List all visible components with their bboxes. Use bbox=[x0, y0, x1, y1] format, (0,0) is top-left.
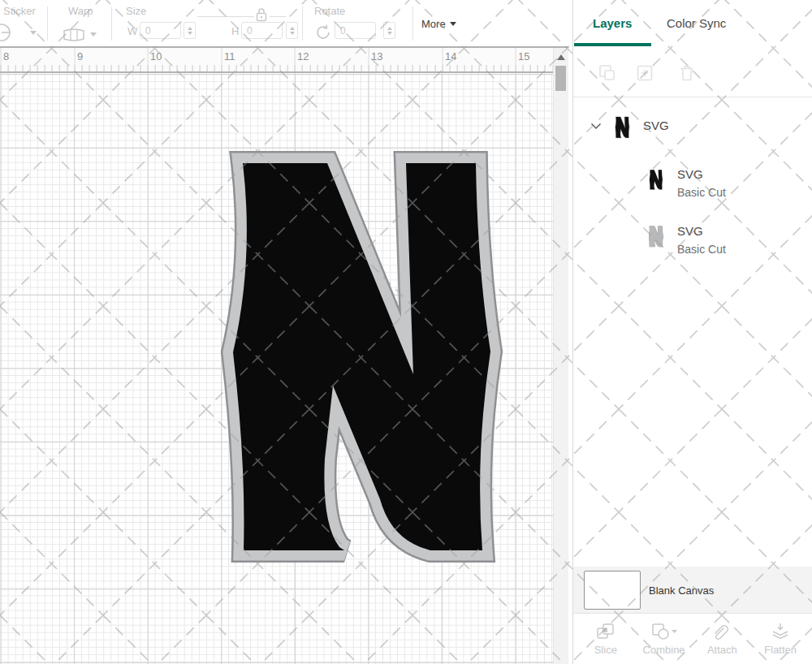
ruler-label: 13 bbox=[371, 50, 382, 63]
step-down-icon[interactable] bbox=[188, 32, 192, 35]
toolbar-divider bbox=[302, 6, 303, 41]
toolbar-divider bbox=[111, 6, 112, 41]
size-section-label: Size bbox=[126, 5, 146, 17]
rotate-stepper[interactable] bbox=[383, 22, 395, 39]
more-caret-icon bbox=[450, 22, 456, 26]
top-toolbar: Sticker Warp Size W H bbox=[0, 0, 572, 46]
layer-title: SVG bbox=[677, 225, 726, 237]
step-down-icon[interactable] bbox=[290, 32, 295, 35]
add-layer-icon[interactable] bbox=[635, 63, 654, 83]
attach-label: Attach bbox=[707, 644, 737, 656]
sticker-icon[interactable] bbox=[0, 23, 17, 42]
layer-group-row[interactable]: SVG bbox=[573, 112, 812, 146]
ruler-label: 14 bbox=[445, 50, 456, 63]
warp-section-label: Warp bbox=[68, 5, 93, 17]
canvas-area: 8 9 10 11 12 13 14 15 bbox=[0, 46, 568, 664]
combine-button[interactable]: Combine bbox=[638, 623, 690, 656]
attach-icon bbox=[711, 623, 732, 640]
slice-button[interactable]: Slice bbox=[580, 623, 632, 656]
attach-button[interactable]: Attach bbox=[696, 623, 748, 656]
group-thumbnail-n bbox=[614, 115, 631, 140]
more-button[interactable]: More bbox=[421, 18, 456, 30]
layer-subtitle: Basic Cut bbox=[677, 244, 726, 255]
rotate-icon[interactable] bbox=[315, 24, 332, 41]
panel-bottom-toolbar: Slice Combine Attach bbox=[573, 613, 812, 664]
canvas-vertical-scrollbar[interactable] bbox=[553, 48, 568, 664]
warp-caret-icon[interactable] bbox=[90, 32, 97, 37]
duplicate-icon[interactable] bbox=[598, 63, 617, 83]
height-field-label: H bbox=[231, 25, 239, 37]
flatten-label: Flatten bbox=[764, 644, 797, 656]
height-input[interactable] bbox=[241, 22, 283, 39]
blank-canvas-thumbnail bbox=[584, 571, 641, 610]
ruler-label: 9 bbox=[77, 50, 83, 63]
step-up-icon[interactable] bbox=[387, 27, 392, 30]
layer-thumbnail-gray-n bbox=[648, 224, 664, 249]
scrollbar-thumb[interactable] bbox=[555, 66, 566, 91]
tab-color-sync[interactable]: Color Sync bbox=[667, 16, 726, 30]
step-down-icon[interactable] bbox=[387, 32, 392, 35]
flatten-button[interactable]: Flatten bbox=[754, 623, 806, 656]
tab-layers[interactable]: Layers bbox=[593, 16, 632, 30]
lock-link-line bbox=[197, 16, 254, 17]
letter-n-artwork[interactable] bbox=[0, 48, 554, 664]
design-app-window: { "toolbar": { "sticker": { "label": "St… bbox=[0, 0, 812, 664]
layers-panel: Layers Color Sync bbox=[572, 0, 812, 664]
height-stepper[interactable] bbox=[286, 22, 298, 39]
sticker-section-label: Sticker bbox=[3, 5, 36, 17]
sticker-caret-icon[interactable] bbox=[30, 31, 37, 35]
chevron-down-icon[interactable] bbox=[590, 123, 602, 130]
toolbar-divider bbox=[412, 6, 413, 41]
warp-icon[interactable] bbox=[63, 28, 85, 42]
width-stepper[interactable] bbox=[184, 22, 196, 39]
ruler-label: 12 bbox=[297, 50, 309, 63]
lock-icon[interactable] bbox=[255, 6, 268, 23]
scroll-up-arrow-icon[interactable] bbox=[557, 54, 565, 60]
layer-row-gray[interactable]: SVG Basic Cut bbox=[573, 222, 812, 264]
ruler-label: 8 bbox=[3, 50, 9, 63]
ruler-label: 10 bbox=[150, 50, 162, 63]
toolbar-divider bbox=[47, 6, 48, 41]
width-input[interactable] bbox=[140, 22, 181, 39]
blank-canvas-label: Blank Canvas bbox=[649, 584, 714, 597]
ruler-label: 11 bbox=[224, 50, 235, 63]
flatten-icon bbox=[771, 623, 790, 640]
slice-icon bbox=[596, 623, 615, 640]
panel-divider bbox=[573, 97, 812, 97]
ruler-label: 15 bbox=[518, 50, 529, 63]
combine-label: Combine bbox=[643, 644, 685, 656]
layer-row-black[interactable]: SVG Basic Cut bbox=[573, 165, 812, 207]
more-button-label: More bbox=[421, 18, 446, 30]
step-up-icon[interactable] bbox=[290, 27, 295, 30]
active-tab-underline bbox=[574, 43, 651, 46]
rotate-section-label: Rotate bbox=[314, 5, 345, 17]
blank-canvas-row[interactable]: Blank Canvas bbox=[573, 567, 812, 614]
layer-thumbnail-black-n bbox=[648, 167, 664, 192]
rotate-input[interactable] bbox=[335, 22, 376, 39]
layer-title: SVG bbox=[677, 168, 726, 180]
slice-label: Slice bbox=[594, 644, 617, 656]
lock-link-line bbox=[270, 16, 286, 17]
delete-icon[interactable] bbox=[677, 63, 697, 83]
panel-tabs: Layers Color Sync bbox=[573, 0, 812, 46]
combine-icon bbox=[651, 623, 677, 640]
width-field-label: W bbox=[127, 25, 137, 37]
layer-subtitle: Basic Cut bbox=[677, 187, 726, 198]
group-label: SVG bbox=[643, 119, 669, 132]
layer-actions-row bbox=[573, 57, 812, 89]
step-up-icon[interactable] bbox=[188, 27, 192, 30]
